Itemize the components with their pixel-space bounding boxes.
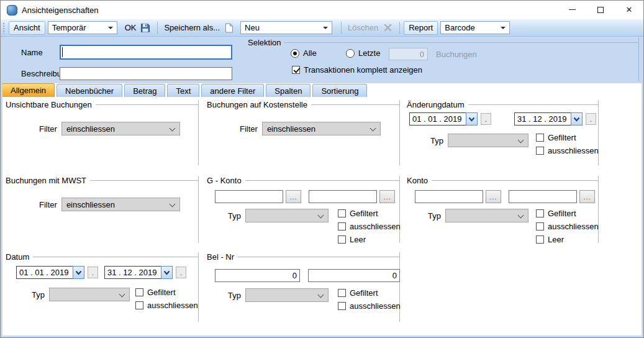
ausschliessen-checkbox[interactable]: ausschliessen xyxy=(536,146,599,155)
date-dropdown-button[interactable] xyxy=(466,112,478,126)
ausschliessen-checkbox[interactable]: ausschliessen xyxy=(536,222,599,231)
leer-checkbox[interactable]: Leer xyxy=(338,235,401,244)
maximize-icon xyxy=(597,7,604,13)
speichern-als-button[interactable]: Speichern als... xyxy=(161,23,234,33)
kostenstelle-filter-select[interactable]: einschliessen xyxy=(262,122,381,135)
bel-nr-to-input[interactable]: 0 xyxy=(308,269,400,282)
bel-nr-from-input[interactable]: 0 xyxy=(215,269,300,282)
date-dot-button[interactable]: . xyxy=(481,113,491,125)
typ-label: Typ xyxy=(228,211,241,221)
tab-allgemein[interactable]: Allgemein xyxy=(2,83,55,97)
aenderungdatum-from-input[interactable]: 01 . 01 . 2019 xyxy=(409,112,466,126)
konto-to-browse-button[interactable]: ... xyxy=(579,190,595,203)
date-dot-button[interactable]: . xyxy=(586,113,596,125)
bel-nr-typ-select[interactable] xyxy=(245,288,329,302)
radio-button-icon xyxy=(291,49,299,58)
group-title: Konto xyxy=(407,176,432,185)
tab-text[interactable]: Text xyxy=(167,84,199,97)
app-icon xyxy=(7,5,17,16)
radio-letzte[interactable]: Letzte xyxy=(346,48,380,58)
datum-to-input[interactable]: 31 . 12 . 2019 xyxy=(104,266,161,279)
leer-checkbox[interactable]: Leer xyxy=(536,235,599,244)
gefiltert-checkbox[interactable]: Gefiltert xyxy=(338,288,401,297)
chevron-down-icon xyxy=(163,270,170,275)
konto-to-input[interactable] xyxy=(509,190,577,203)
toolbar-grip[interactable] xyxy=(2,22,5,34)
tab-andere-filter[interactable]: andere Filter xyxy=(201,84,264,97)
toolbar: Ansicht Temporär OK Speichern als... Neu xyxy=(1,19,643,37)
g-konto-typ-select[interactable] xyxy=(245,209,329,222)
g-konto-from-browse-button[interactable]: ... xyxy=(286,190,301,203)
leer-label: Leer xyxy=(548,235,564,244)
unsichtbare-filter-select[interactable]: einschliessen xyxy=(61,122,180,135)
gefiltert-checkbox[interactable]: Gefiltert xyxy=(536,209,599,217)
title-bar: Ansichteigenschaften ✕ xyxy=(1,1,643,19)
ausschliessen-checkbox[interactable]: ausschliessen xyxy=(338,301,401,310)
group-border-line xyxy=(284,42,638,43)
tab-nebenbuecher[interactable]: Nebenbücher xyxy=(57,84,122,97)
name-input[interactable] xyxy=(60,45,232,60)
mwst-filter-select[interactable]: einschliessen xyxy=(61,198,180,211)
group-border-line xyxy=(432,180,598,181)
maximize-button[interactable] xyxy=(586,1,615,19)
group-konto: Konto ... ... Typ Gefiltert ausschliesse… xyxy=(407,176,599,243)
group-title: Änderungdatum xyxy=(407,100,468,109)
transaktionen-checkbox[interactable]: Transaktionen komplett anzeigen xyxy=(292,65,422,74)
konto-from-browse-button[interactable]: ... xyxy=(486,190,501,203)
minimize-button[interactable] xyxy=(558,1,586,19)
date-dropdown-button[interactable] xyxy=(161,266,173,279)
g-konto-from-input[interactable] xyxy=(215,190,283,203)
date-dot-button[interactable]: . xyxy=(88,267,98,278)
gefiltert-checkbox[interactable]: Gefiltert xyxy=(135,288,198,296)
radio-alle[interactable]: Alle xyxy=(291,48,317,58)
group-border-line xyxy=(90,180,198,181)
tab-betrag[interactable]: Betrag xyxy=(124,84,165,97)
report-select[interactable]: Barcode xyxy=(440,21,510,34)
tab-sortierung[interactable]: Sortierung xyxy=(312,84,367,97)
group-header: Selektion xyxy=(248,38,638,47)
gefiltert-checkbox[interactable]: Gefiltert xyxy=(536,133,599,142)
neu-select[interactable]: Neu xyxy=(240,21,332,34)
aenderungdatum-typ-select[interactable] xyxy=(448,134,528,147)
g-konto-to-input[interactable] xyxy=(309,190,377,203)
date-dropdown-button[interactable] xyxy=(73,266,84,279)
g-konto-to-browse-button[interactable]: ... xyxy=(379,190,395,203)
close-button[interactable]: ✕ xyxy=(615,1,643,19)
konto-from-input[interactable] xyxy=(415,190,483,203)
typ-label: Typ xyxy=(228,291,241,300)
group-border-line xyxy=(468,104,598,105)
checkbox-icon xyxy=(292,66,300,74)
view-select-value: Temporär xyxy=(52,23,86,32)
buchungen-label: Buchungen xyxy=(436,50,477,59)
group-border-line xyxy=(96,104,198,105)
checkbox-icon xyxy=(536,209,544,217)
ausschliessen-checkbox[interactable]: ausschliessen xyxy=(135,301,198,309)
tab-spalten[interactable]: Spalten xyxy=(266,84,311,97)
aenderungdatum-to-input[interactable]: 31 . 12 . 2019 xyxy=(514,112,571,126)
toolbar-separator xyxy=(157,22,158,34)
report-label: Report xyxy=(409,23,433,32)
group-title: Bel - Nr xyxy=(207,252,238,262)
chevron-down-icon xyxy=(573,117,580,122)
date-dropdown-button[interactable] xyxy=(571,112,583,126)
letzte-count-input: 0 xyxy=(389,48,428,60)
window-controls: ✕ xyxy=(558,1,643,19)
checkbox-icon xyxy=(135,301,143,309)
ok-button[interactable]: OK xyxy=(122,23,151,33)
checkbox-icon xyxy=(338,302,346,310)
gefiltert-checkbox[interactable]: Gefiltert xyxy=(338,209,401,217)
konto-typ-select[interactable] xyxy=(445,209,528,222)
datum-typ-select[interactable] xyxy=(49,288,130,301)
ansicht-button[interactable]: Ansicht xyxy=(9,21,45,35)
gefiltert-label: Gefiltert xyxy=(147,288,176,297)
transaktionen-label: Transaktionen komplett anzeigen xyxy=(304,65,422,75)
view-select[interactable]: Temporär xyxy=(48,21,117,34)
report-button[interactable]: Report xyxy=(404,21,438,35)
beschreibung-input[interactable] xyxy=(60,67,232,80)
date-dot-button[interactable]: . xyxy=(176,267,186,278)
datum-from-input[interactable]: 01 . 01 . 2019 xyxy=(16,266,73,279)
name-label: Name xyxy=(21,48,43,57)
loeschen-label: Löschen xyxy=(345,23,381,32)
group-title: Buchungen mit MWST xyxy=(6,176,90,185)
ausschliessen-checkbox[interactable]: ausschliessen xyxy=(338,222,401,231)
